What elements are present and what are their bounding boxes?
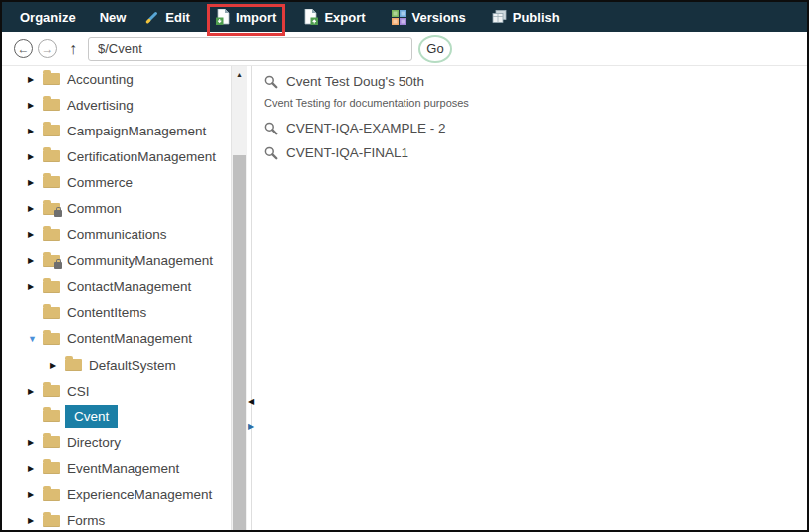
tree-item-label: CertificationManagement — [67, 149, 216, 164]
tree-item-label: Advertising — [67, 98, 134, 113]
menu-new[interactable]: New — [100, 2, 127, 32]
menu-export[interactable]: Export — [304, 2, 365, 32]
tree-item-accounting[interactable]: ▶Accounting — [2, 66, 251, 92]
folder-icon — [43, 176, 60, 188]
tree-item-label: Accounting — [67, 72, 134, 87]
search-icon — [264, 122, 278, 135]
expand-arrow-icon[interactable]: ▶ — [28, 204, 43, 213]
scrollbar-thumb[interactable] — [233, 155, 246, 530]
top-toolbar: Organize New Edit Impo — [2, 2, 807, 32]
expand-arrow-icon[interactable]: ▶ — [28, 490, 43, 499]
expand-arrow-icon[interactable]: ▶ — [28, 178, 43, 187]
tree-item-forms[interactable]: ▶Forms — [2, 508, 251, 530]
folder-icon — [43, 410, 60, 422]
folder-icon — [43, 385, 60, 397]
tree-item-label: Communications — [67, 227, 167, 242]
content-item[interactable]: CVENT-IQA-EXAMPLE - 2 — [264, 121, 807, 135]
expand-arrow-icon[interactable]: ▶ — [28, 438, 43, 447]
content-item-title: Cvent Test Doug's 50th — [286, 74, 424, 89]
tree-item-label: ContentItems — [67, 305, 146, 320]
import-file-icon — [216, 9, 230, 25]
tree-item-label: DefaultSystem — [89, 358, 176, 373]
folder-tree: ▶Accounting▶Advertising▶CampaignManageme… — [2, 66, 251, 530]
splitter-expand-icon[interactable]: ▶ — [248, 423, 254, 431]
content-list: Cvent Test Doug's 50thCvent Testing for … — [264, 74, 807, 160]
back-button[interactable]: ← — [14, 39, 33, 58]
tree-item-experiencemanagement[interactable]: ▶ExperienceManagement — [2, 482, 251, 508]
content-item-title: CVENT-IQA-EXAMPLE - 2 — [286, 121, 446, 135]
tree-item-contentmanagement[interactable]: ▼ContentManagement — [2, 326, 251, 352]
splitter-collapse-icon[interactable]: ◀ — [248, 399, 254, 406]
tree-item-contentitems[interactable]: ContentItems — [2, 300, 251, 326]
up-level-button[interactable]: ↑ — [69, 40, 77, 58]
lock-badge-icon — [54, 262, 62, 269]
go-button[interactable]: Go — [418, 35, 452, 63]
expand-arrow-icon[interactable]: ▶ — [28, 75, 43, 84]
tree-item-label: CSI — [67, 384, 90, 399]
tree-item-common[interactable]: ▶Common — [2, 195, 251, 221]
content-list-panel: Cvent Test Doug's 50thCvent Testing for … — [256, 66, 807, 530]
menu-organize[interactable]: Organize — [20, 2, 76, 32]
tree-item-csi[interactable]: ▶CSI — [2, 378, 251, 403]
folder-icon — [43, 333, 60, 345]
folder-icon — [43, 462, 60, 474]
tree-item-label: ContentManagement — [67, 331, 192, 346]
expand-arrow-icon[interactable]: ▶ — [50, 361, 65, 370]
menu-import[interactable]: Import — [216, 2, 276, 32]
expand-arrow-icon[interactable]: ▶ — [28, 282, 43, 291]
tree-item-communitymanagement[interactable]: ▶CommunityManagement — [2, 248, 251, 274]
tree-item-campaignmanagement[interactable]: ▶CampaignManagement — [2, 118, 251, 143]
expand-arrow-icon[interactable]: ▶ — [28, 387, 43, 396]
content-item[interactable]: CVENT-IQA-FINAL1 — [264, 145, 807, 160]
lock-badge-icon — [54, 210, 62, 217]
expand-arrow-icon[interactable]: ▶ — [28, 152, 43, 161]
tree-item-eventmanagement[interactable]: ▶EventManagement — [2, 455, 251, 481]
menu-import-label: Import — [236, 10, 276, 25]
locked-folder-icon — [43, 203, 60, 215]
tree-item-communications[interactable]: ▶Communications — [2, 222, 251, 248]
tree-item-directory[interactable]: ▶Directory — [2, 429, 251, 455]
publish-pages-icon — [492, 10, 507, 24]
expand-arrow-icon[interactable]: ▶ — [28, 230, 43, 239]
path-navbar: ← → ↑ Go — [2, 32, 807, 66]
tree-item-contactmanagement[interactable]: ▶ContactManagement — [2, 274, 251, 300]
circled-right-arrow-icon: → — [42, 43, 54, 55]
tree-item-certificationmanagement[interactable]: ▶CertificationManagement — [2, 143, 251, 169]
content-item-description: Cvent Testing for documentation purposes — [264, 97, 807, 109]
menu-versions[interactable]: Versions — [392, 2, 466, 32]
menu-publish-label: Publish — [513, 10, 560, 25]
tree-scrollbar[interactable]: ▲ — [231, 66, 247, 530]
search-icon — [264, 146, 278, 160]
up-arrow-icon: ↑ — [69, 40, 77, 57]
menu-publish[interactable]: Publish — [492, 2, 560, 32]
tree-item-label: ContactManagement — [67, 279, 191, 294]
content-item[interactable]: Cvent Test Doug's 50th — [264, 74, 807, 89]
tree-item-label: Commerce — [67, 175, 133, 190]
expand-arrow-icon[interactable]: ▶ — [28, 256, 43, 265]
folder-tree-panel: ▶Accounting▶Advertising▶CampaignManageme… — [2, 66, 251, 530]
export-file-icon — [304, 9, 318, 25]
folder-icon — [43, 436, 60, 448]
tree-item-advertising[interactable]: ▶Advertising — [2, 92, 251, 118]
expand-arrow-icon[interactable]: ▶ — [28, 127, 43, 135]
tree-item-cvent[interactable]: Cvent — [2, 403, 251, 429]
menu-edit[interactable]: Edit — [145, 2, 190, 32]
circled-left-arrow-icon: ← — [18, 43, 30, 55]
versions-grid-icon — [392, 10, 406, 25]
collapse-arrow-icon[interactable]: ▼ — [28, 334, 43, 344]
path-input[interactable] — [88, 37, 412, 61]
tree-item-commerce[interactable]: ▶Commerce — [2, 169, 251, 195]
folder-icon — [43, 515, 60, 527]
tree-item-label: Common — [67, 201, 122, 216]
expand-arrow-icon[interactable]: ▶ — [28, 464, 43, 473]
expand-arrow-icon[interactable]: ▶ — [28, 101, 43, 110]
folder-icon — [65, 359, 82, 371]
forward-button[interactable]: → — [38, 39, 57, 58]
panel-splitter[interactable]: ◀ ▶ — [251, 66, 256, 530]
tree-item-defaultsystem[interactable]: ▶DefaultSystem — [2, 352, 251, 378]
tree-item-label: Forms — [67, 513, 105, 528]
expand-arrow-icon[interactable]: ▶ — [28, 516, 43, 525]
folder-icon — [43, 307, 60, 319]
tree-item-label: Directory — [67, 435, 121, 450]
scroll-up-icon[interactable]: ▲ — [232, 66, 247, 82]
